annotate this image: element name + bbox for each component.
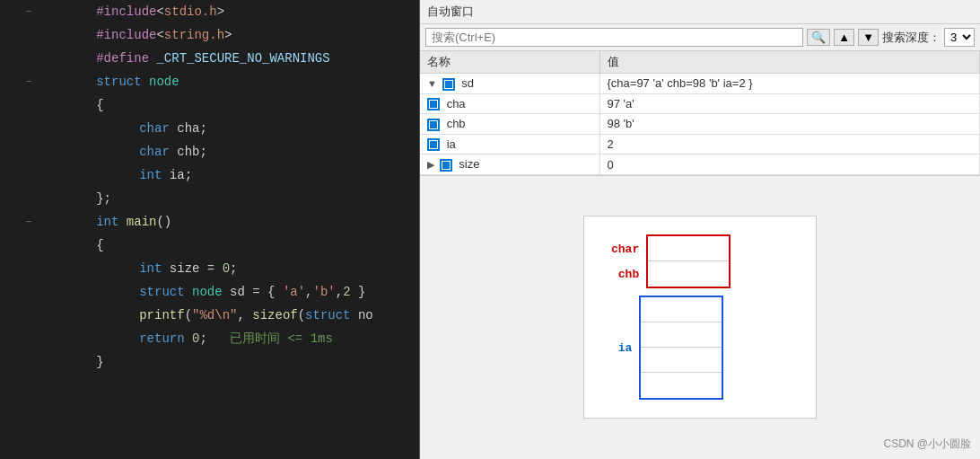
search-input[interactable] bbox=[425, 28, 803, 47]
fold-icon bbox=[22, 287, 36, 297]
fold-icon[interactable]: − bbox=[22, 6, 36, 17]
fold-icon bbox=[22, 310, 36, 321]
auto-watch-panel: 自动窗口 🔍 ▲ ▼ 搜索深度： 3 1 2 4 5 名称 值 bbox=[420, 0, 980, 459]
fold-icon bbox=[22, 30, 36, 40]
var-name: ia bbox=[447, 137, 456, 151]
fold-icon bbox=[22, 240, 36, 251]
var-name-cell: ia bbox=[420, 134, 599, 154]
fold-icon bbox=[22, 123, 36, 134]
var-value-cell: 0 bbox=[599, 154, 980, 175]
panel-title-text: 自动窗口 bbox=[427, 4, 474, 18]
panel-title: 自动窗口 bbox=[420, 0, 980, 24]
red-memory-block bbox=[646, 234, 731, 288]
table-row[interactable]: ia 2 bbox=[420, 134, 980, 154]
fold-icon bbox=[22, 357, 36, 367]
depth-label: 搜索深度： bbox=[882, 30, 941, 46]
var-icon bbox=[440, 159, 452, 172]
blue-memory-block bbox=[639, 296, 723, 400]
var-icon bbox=[427, 138, 440, 151]
depth-select[interactable]: 3 1 2 4 5 bbox=[944, 28, 975, 47]
col-name: 名称 bbox=[420, 51, 599, 74]
table-row[interactable]: chb 98 'b' bbox=[420, 114, 980, 135]
char-label: char bbox=[611, 236, 639, 261]
ia-label: ia bbox=[618, 341, 633, 355]
code-line-16: } bbox=[0, 350, 419, 374]
memory-diagram: char chb ia bbox=[583, 216, 817, 419]
col-value: 值 bbox=[599, 51, 980, 74]
expand-arrow[interactable]: ▶ bbox=[427, 159, 434, 170]
var-name: cha bbox=[447, 97, 466, 110]
var-name: size bbox=[459, 157, 479, 171]
var-name-cell: ▼ sd bbox=[420, 74, 599, 94]
var-name-cell: cha bbox=[420, 93, 599, 114]
svg-rect-9 bbox=[442, 162, 450, 169]
svg-rect-7 bbox=[430, 141, 437, 148]
var-value-cell: 98 'b' bbox=[599, 114, 980, 135]
code-panel: − #include<stdio.h> #include<string.h> #… bbox=[0, 0, 420, 459]
fold-icon[interactable]: − bbox=[22, 216, 36, 227]
fold-icon[interactable]: − bbox=[22, 76, 36, 87]
fold-icon bbox=[22, 146, 36, 157]
fold-icon bbox=[22, 333, 36, 344]
watch-table: 名称 值 ▼ sd {cha=97 'a' chb=98 'b' ia=2 bbox=[420, 51, 980, 175]
var-icon bbox=[427, 98, 440, 110]
var-name-cell: ▶ size bbox=[420, 154, 599, 175]
watermark: CSDN @小小圆脸 bbox=[883, 437, 971, 452]
fold-icon bbox=[22, 53, 36, 64]
chb-label: chb bbox=[618, 261, 639, 287]
search-up-button[interactable]: ▲ bbox=[834, 29, 854, 46]
svg-rect-3 bbox=[430, 101, 437, 108]
var-name-cell: chb bbox=[420, 114, 599, 135]
table-row[interactable]: ▼ sd {cha=97 'a' chb=98 'b' ia=2 } bbox=[420, 74, 980, 94]
var-value-cell: 97 'a' bbox=[599, 93, 980, 114]
svg-rect-5 bbox=[430, 121, 437, 128]
table-row[interactable]: ▶ size 0 bbox=[420, 154, 980, 175]
search-bar: 🔍 ▲ ▼ 搜索深度： 3 1 2 4 5 bbox=[420, 24, 980, 51]
var-value-cell: {cha=97 'a' chb=98 'b' ia=2 } bbox=[599, 74, 980, 94]
var-value-cell: 2 bbox=[599, 134, 980, 154]
var-icon bbox=[427, 119, 440, 131]
table-row[interactable]: cha 97 'a' bbox=[420, 93, 980, 114]
search-down-button[interactable]: ▼ bbox=[858, 29, 879, 46]
fold-icon bbox=[22, 170, 36, 181]
memory-diagram-area: char chb ia bbox=[420, 176, 980, 459]
var-icon bbox=[442, 78, 455, 91]
svg-rect-1 bbox=[445, 81, 452, 88]
var-name: chb bbox=[447, 117, 466, 130]
expand-arrow[interactable]: ▼ bbox=[427, 78, 437, 89]
fold-icon bbox=[22, 193, 36, 204]
fold-icon bbox=[22, 263, 36, 274]
code-content: } bbox=[36, 327, 419, 397]
fold-icon bbox=[22, 100, 36, 110]
search-button[interactable]: 🔍 bbox=[807, 29, 830, 46]
var-name: sd bbox=[461, 76, 474, 90]
